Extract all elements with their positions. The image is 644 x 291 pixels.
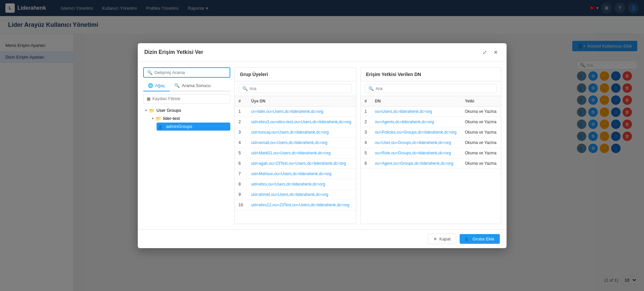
dn-col-num: # xyxy=(361,96,371,106)
dn-value: ou=Policies,ou=Groups,dc=liderahenk,dc=o… xyxy=(371,127,461,137)
modal-header-actions: ⤢ ✕ xyxy=(480,49,500,56)
member-dn: uid=ebru,ou=Users,dc=liderahenk,dc=org xyxy=(247,179,356,189)
filter-input-box[interactable]: ⊞ xyxy=(143,94,230,104)
tree-label-lider-test: lider-test xyxy=(163,116,180,121)
member-dn: uid=agah,ou=23Test,ou=Users,dc=liderahen… xyxy=(247,158,356,168)
member-dn: cn=lider,ou=Users,dc=liderahenk,dc=org xyxy=(247,106,356,117)
table-row: 1 cn=lider,ou=Users,dc=liderahenk,dc=org xyxy=(235,106,356,117)
arama-icon: 🔍 xyxy=(174,83,180,88)
tab-arama-sonucu[interactable]: 🔍 Arama Sonucu xyxy=(170,80,215,91)
members-col-num: # xyxy=(235,96,247,106)
tree-label-admin-groups: adminGroups xyxy=(166,124,192,129)
dn-num: 1 xyxy=(361,106,371,117)
tab-agac[interactable]: 🌐 Ağaç xyxy=(143,80,170,91)
modal-body: 🔍 🌐 Ağaç 🔍 Arama Sonucu xyxy=(138,62,507,229)
members-search-input-box[interactable]: 🔍 xyxy=(239,84,352,93)
members-search-input[interactable] xyxy=(250,86,348,91)
dn-table-container: # DN Yetki 1 ou=Users,dc=liderahenk,dc=o… xyxy=(361,96,501,224)
dn-col-yetki: Yetki xyxy=(461,96,501,106)
dn-search-input-box[interactable]: 🔍 xyxy=(365,84,497,93)
dn-value: ou=Users,dc=liderahenk,dc=org xyxy=(371,106,461,117)
modal-resize-button[interactable]: ⤢ xyxy=(480,49,489,56)
modal: Dizin Erişim Yetkisi Ver ⤢ ✕ 🔍 🌐 xyxy=(138,43,507,248)
advanced-search-box[interactable]: 🔍 xyxy=(143,67,230,78)
modal-overlay: Dizin Erişim Yetkisi Ver ⤢ ✕ 🔍 🌐 xyxy=(0,0,644,291)
modal-close-button[interactable]: ✕ xyxy=(491,49,500,56)
cancel-button[interactable]: ✕ Kapat xyxy=(428,234,456,244)
table-row: 2 uid=ebru3,ou=ebru-test,ou=Users,dc=lid… xyxy=(235,117,356,127)
table-row: 7 uid=Mahsun,ou=Users,dc=liderahenk,dc=o… xyxy=(235,168,356,179)
member-num: 2 xyxy=(235,117,247,127)
table-row: 6 ou=Agent,ou=Groups,dc=liderahenk,dc=or… xyxy=(361,158,501,168)
tree-tabs: 🌐 Ağaç 🔍 Arama Sonucu xyxy=(143,80,230,91)
dn-num: 3 xyxy=(361,127,371,137)
dn-yetki: Okuma ve Yazma xyxy=(461,127,501,137)
member-num: 9 xyxy=(235,189,247,200)
members-search-icon: 🔍 xyxy=(242,86,248,91)
page-container: Lider Arayüz Kullanıcı Yönetimi Menü Eri… xyxy=(0,16,644,291)
member-num: 6 xyxy=(235,158,247,168)
member-dn: uid=ebru3,ou=ebru-test,ou=Users,dc=lider… xyxy=(247,117,356,127)
member-dn: uid=Mark01,ou=Users,dc=liderahenk,dc=org xyxy=(247,148,356,158)
table-row: 8 uid=ebru,ou=Users,dc=liderahenk,dc=org xyxy=(235,179,356,189)
table-row: 6 uid=agah,ou=23Test,ou=Users,dc=liderah… xyxy=(235,158,356,168)
dn-value: ou=Agents,dc=liderahenk,dc=org xyxy=(371,117,461,127)
member-dn: uid=Mahsun,ou=Users,dc=liderahenk,dc=org xyxy=(247,168,356,179)
tree-node-lider-test[interactable]: ▾ 📁 lider-test xyxy=(150,115,230,123)
table-row: 4 ou=User,ou=Groups,dc=liderahenk,dc=org… xyxy=(361,137,501,148)
dn-search-input[interactable] xyxy=(376,86,493,91)
member-num: 3 xyxy=(235,127,247,137)
member-num: 8 xyxy=(235,179,247,189)
member-dn: uid=tuncay,ou=Users,dc=liderahenk,dc=org xyxy=(247,127,356,137)
dn-num: 5 xyxy=(361,148,371,158)
chevron-right-icon: ▾ xyxy=(145,108,147,112)
tree-children-lider-test: 👥 adminGroups xyxy=(150,123,230,131)
table-row: 10 uid=ebru12,ou=23Test,ou=Users,dc=lide… xyxy=(235,200,356,210)
table-row: 1 ou=Users,dc=liderahenk,dc=org Okuma ve… xyxy=(361,106,501,117)
dn-search-icon: 🔍 xyxy=(368,86,374,91)
members-table: # Üye DN 1 cn=lider,ou=Users,dc=liderahe… xyxy=(235,96,356,210)
member-num: 5 xyxy=(235,148,247,158)
member-num: 10 xyxy=(235,200,247,210)
table-row: 9 uid=ahmet,ou=Users,dc=liderahenk,dc=or… xyxy=(235,189,356,200)
dn-num: 6 xyxy=(361,158,371,168)
confirm-button[interactable]: 👥 Gruba Ekle xyxy=(460,234,500,244)
members-col-dn: Üye DN xyxy=(247,96,356,106)
tree-panel: 🔍 🌐 Ağaç 🔍 Arama Sonucu xyxy=(143,67,230,224)
dn-num: 2 xyxy=(361,117,371,127)
members-search: 🔍 xyxy=(235,81,356,96)
member-dn: uid=ahmet,ou=Users,dc=liderahenk,dc=org xyxy=(247,189,356,200)
folder-icon: 📁 xyxy=(149,108,155,113)
table-row: 5 ou=Role,ou=Groups,dc=liderahenk,dc=org… xyxy=(361,148,501,158)
tree-node-admin-groups[interactable]: 👥 adminGroups xyxy=(157,123,230,131)
members-table-container: # Üye DN 1 cn=lider,ou=Users,dc=liderahe… xyxy=(235,96,356,224)
modal-footer: ✕ Kapat 👥 Gruba Ekle xyxy=(138,229,507,248)
dn-panel-header: Erişim Yetkisi Verilen DN xyxy=(361,68,501,81)
members-panel-header: Grup Üyeleri xyxy=(235,68,356,81)
tree-node-user-groups[interactable]: ▾ 📁 User Groups xyxy=(143,106,230,115)
dn-value: ou=Agent,ou=Groups,dc=liderahenk,dc=org xyxy=(371,158,461,168)
table-row: 3 uid=tuncay,ou=Users,dc=liderahenk,dc=o… xyxy=(235,127,356,137)
dn-yetki: Okuma ve Yazma xyxy=(461,106,501,117)
member-num: 4 xyxy=(235,137,247,148)
modal-header: Dizin Erişim Yetkisi Ver ⤢ ✕ xyxy=(138,43,507,62)
group-icon: 👥 xyxy=(159,124,164,129)
chevron-lider-test-icon: ▾ xyxy=(152,117,154,120)
dn-search: 🔍 xyxy=(361,81,501,96)
dn-value: ou=Role,ou=Groups,dc=liderahenk,dc=org xyxy=(371,148,461,158)
tree-children-user-groups: ▾ 📁 lider-test 👥 adminGroups xyxy=(143,115,230,131)
dn-yetki: Okuma ve Yazma xyxy=(461,137,501,148)
dn-table: # DN Yetki 1 ou=Users,dc=liderahenk,dc=o… xyxy=(361,96,501,169)
advanced-search-input[interactable] xyxy=(155,70,226,75)
folder-lider-test-icon: 📁 xyxy=(156,116,161,121)
tree-label-user-groups: User Groups xyxy=(157,108,181,113)
dn-yetki: Okuma ve Yazma xyxy=(461,158,501,168)
filter-input[interactable] xyxy=(153,96,227,101)
filter-icon: ⊞ xyxy=(147,96,151,101)
member-dn: uid=ismail,ou=Users,dc=liderahenk,dc=org xyxy=(247,137,356,148)
modal-title: Dizin Erişim Yetkisi Ver xyxy=(144,49,203,55)
close-icon: ✕ xyxy=(433,236,437,241)
add-group-icon: 👥 xyxy=(465,236,470,241)
table-row: 5 uid=Mark01,ou=Users,dc=liderahenk,dc=o… xyxy=(235,148,356,158)
agac-icon: 🌐 xyxy=(148,83,153,88)
